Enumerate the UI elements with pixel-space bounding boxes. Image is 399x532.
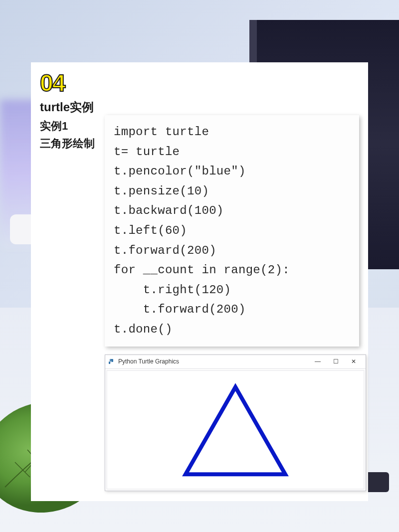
turtle-output-window: Python Turtle Graphics — ☐ ✕ xyxy=(105,355,366,491)
lesson-title: turtle实例 xyxy=(40,99,359,115)
window-controls: — ☐ ✕ xyxy=(309,355,363,368)
window-titlebar: Python Turtle Graphics — ☐ ✕ xyxy=(105,355,366,369)
example-number: 实例1 xyxy=(40,117,105,135)
python-icon xyxy=(108,358,115,365)
triangle-drawing xyxy=(176,379,295,484)
turtle-canvas xyxy=(106,370,365,490)
minimize-button[interactable]: — xyxy=(309,355,327,368)
subtitle-block: 实例1 三角形绘制 xyxy=(40,117,105,152)
code-content: import turtle t= turtle t.pencolor("blue… xyxy=(114,122,350,340)
svg-point-1 xyxy=(110,359,111,360)
code-box: import turtle t= turtle t.pencolor("blue… xyxy=(105,115,359,347)
content-card: 04 turtle实例 实例1 三角形绘制 import turtle t= t… xyxy=(31,62,368,501)
close-button[interactable]: ✕ xyxy=(345,355,363,368)
maximize-button[interactable]: ☐ xyxy=(327,355,345,368)
example-name: 三角形绘制 xyxy=(40,135,105,152)
page-number: 04 xyxy=(40,71,359,95)
triangle-shape xyxy=(186,387,285,474)
window-title: Python Turtle Graphics xyxy=(118,358,309,365)
